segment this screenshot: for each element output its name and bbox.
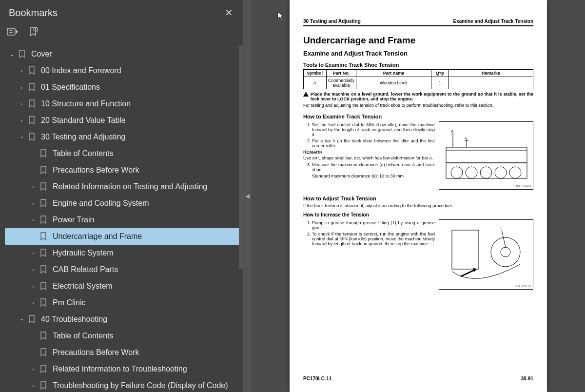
footer-model: PC170LC-11 <box>303 376 332 381</box>
bookmark-label: Precautions Before Work <box>53 166 139 175</box>
bookmark-label: Power Train <box>53 216 94 224</box>
svg-text:a: a <box>465 136 467 140</box>
scrollbar[interactable] <box>239 45 243 269</box>
bookmark-label: Electrical System <box>53 282 113 291</box>
bookmark-item[interactable]: ⌄40 Troubleshooting <box>5 311 243 328</box>
bookmark-root[interactable]: ⌄ Cover <box>5 46 243 62</box>
document-viewer[interactable]: 30 Testing and Adjusting Examine and Adj… <box>252 0 585 392</box>
find-bookmark-icon[interactable] <box>28 26 38 39</box>
bookmark-tree[interactable]: ⌄ Cover ›00 Index and Foreword›01 Specif… <box>0 44 243 392</box>
bookmark-icon <box>39 365 47 373</box>
figure-2: 1 H3P10510 <box>439 219 533 290</box>
svg-point-18 <box>501 247 510 257</box>
tools-title: Tools to Examine Track Shoe Tension <box>303 62 533 68</box>
bookmark-item[interactable]: ›Engine and Cooling System <box>5 195 243 212</box>
standard-clearance: Standard maximum clearance (a): 10 to 30… <box>312 174 435 178</box>
bookmark-label: 40 Troubleshooting <box>41 315 107 324</box>
panel-title: Bookmarks <box>9 7 58 19</box>
bookmark-icon <box>39 381 47 390</box>
bookmark-icon <box>39 348 47 357</box>
panel-divider[interactable]: ◀ <box>243 0 252 392</box>
examine-heading: How to Examine Track Tension <box>303 114 533 119</box>
svg-rect-5 <box>306 93 306 95</box>
bookmark-item[interactable]: ›CAB Related Parts <box>5 261 243 278</box>
bookmark-item[interactable]: ›Related Information to Troubleshooting <box>5 361 243 377</box>
bookmark-label: Undercarriage and Frame <box>53 232 142 241</box>
bookmark-icon <box>28 133 36 141</box>
bookmark-item[interactable]: Table of Contents <box>5 145 243 162</box>
bookmark-icon <box>39 149 47 158</box>
svg-text:1: 1 <box>500 226 502 230</box>
bookmark-item[interactable]: ⌄30 Testing and Adjusting <box>5 129 243 145</box>
bookmark-icon <box>18 50 26 59</box>
svg-point-12 <box>495 167 507 178</box>
bookmarks-panel: Bookmarks ✕ ⌄ Cover <box>0 0 243 392</box>
bookmark-item[interactable]: Table of Contents <box>5 328 243 344</box>
bookmark-item[interactable]: ›Hydraulic System <box>5 245 243 261</box>
bookmark-icon <box>39 265 47 274</box>
bookmark-icon <box>39 282 47 291</box>
bookmark-label: Hydraulic System <box>53 249 113 257</box>
svg-point-11 <box>480 167 492 178</box>
bookmark-item[interactable]: Precautions Before Work <box>5 344 243 361</box>
bookmark-item[interactable]: Precautions Before Work <box>5 162 243 178</box>
bookmark-label: 00 Index and Foreword <box>41 66 121 75</box>
bookmark-label: 01 Specifications <box>41 83 100 92</box>
bookmark-item[interactable]: ›20 Standard Value Table <box>5 112 243 129</box>
bookmark-item[interactable]: ›00 Index and Foreword <box>5 62 243 79</box>
warning-text: Place the machine on a level ground, low… <box>311 92 533 101</box>
bookmark-label: 20 Standard Value Table <box>41 116 126 125</box>
bookmark-icon <box>39 216 47 224</box>
bookmark-item[interactable]: ›Related Information on Testing and Adju… <box>5 178 243 195</box>
bookmark-icon <box>39 182 47 191</box>
bookmark-item[interactable]: ›Power Train <box>5 212 243 228</box>
bookmark-label: Troubleshooting by Failure Code (Display… <box>53 381 228 390</box>
bookmark-item[interactable]: ›Undercarriage and Frame <box>5 228 243 245</box>
increase-heading: How to Increase the Tension <box>303 212 533 217</box>
bookmark-label: 10 Structure and Function <box>41 99 131 108</box>
section-title: Examine and Adjust Track Tension <box>303 50 533 57</box>
remark-label: REMARK <box>303 150 435 155</box>
bookmark-item[interactable]: ›Troubleshooting by Failure Code (Displa… <box>5 377 243 392</box>
tools-table: SymbolPart No.Part nameQ'tyRemarks AComm… <box>303 69 533 89</box>
svg-line-19 <box>502 230 506 247</box>
bookmark-item[interactable]: ›10 Structure and Function <box>5 96 243 112</box>
bookmark-icon <box>39 232 47 241</box>
bookmark-icon <box>28 116 36 125</box>
svg-point-10 <box>466 167 477 178</box>
bookmark-icon <box>28 99 36 108</box>
svg-line-4 <box>37 31 38 32</box>
close-icon[interactable]: ✕ <box>221 5 237 20</box>
bookmark-icon <box>39 166 47 175</box>
adjust-heading: How to Adjust Track Tension <box>303 196 533 201</box>
bookmark-label: 30 Testing and Adjusting <box>41 133 125 141</box>
bookmark-label: Table of Contents <box>53 149 114 158</box>
page-header-right: Examine and Adjust Track Tension <box>453 19 534 24</box>
increase-steps: Pump in grease through grease fitting (1… <box>303 220 435 246</box>
mouse-cursor <box>277 11 285 23</box>
svg-rect-16 <box>452 230 479 269</box>
examine-steps: Set the fuel control dial to MIN (Low id… <box>303 122 435 148</box>
adjust-body: If the track tension is abnormal, adjust… <box>303 203 533 208</box>
bookmark-icon <box>28 315 36 324</box>
bookmark-label: Precautions Before Work <box>53 348 139 357</box>
bookmark-label: Related Information on Testing and Adjus… <box>53 182 207 191</box>
svg-rect-6 <box>306 96 306 96</box>
page-header-left: 30 Testing and Adjusting <box>303 19 361 24</box>
svg-point-9 <box>451 167 463 178</box>
figure-1: A a HKP30400 <box>439 121 533 190</box>
bookmark-icon <box>39 332 47 340</box>
collapse-icon[interactable]: ◀ <box>245 193 250 199</box>
options-icon[interactable] <box>7 26 20 39</box>
bookmark-icon <box>39 199 47 208</box>
examine-steps-cont: Measure the maximum clearance (a) betwee… <box>303 162 435 172</box>
svg-rect-7 <box>446 147 527 163</box>
remark-text: Use an L shape steel bar, etc. which has… <box>303 156 435 160</box>
svg-text:A: A <box>451 129 454 134</box>
bookmark-item[interactable]: ›01 Specifications <box>5 79 243 96</box>
footer-page: 30-91 <box>521 376 533 381</box>
bookmark-item[interactable]: ›Pm Clinic <box>5 294 243 311</box>
bookmark-label: Table of Contents <box>53 332 114 340</box>
bookmark-icon <box>28 66 36 75</box>
bookmark-item[interactable]: ›Electrical System <box>5 278 243 294</box>
